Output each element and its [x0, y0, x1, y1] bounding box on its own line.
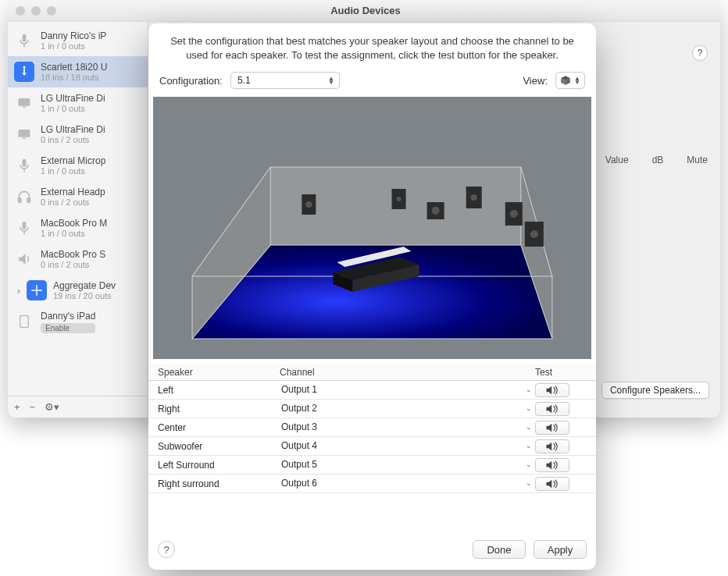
configure-speakers-button[interactable]: Configure Speakers... — [601, 382, 709, 399]
channel-value: Output 4 — [281, 440, 317, 451]
device-row[interactable]: Scarlett 18i20 U 18 ins / 18 outs — [8, 56, 148, 87]
configuration-value: 5.1 — [237, 75, 251, 86]
device-row[interactable]: MacBook Pro M 1 in / 0 outs — [8, 212, 148, 244]
device-row[interactable]: Danny Rico's iP 1 in / 0 outs — [8, 25, 148, 56]
enable-button[interactable]: Enable — [41, 323, 95, 333]
speaker-center-icon — [392, 189, 406, 209]
device-io: 1 in / 0 outs — [41, 104, 105, 113]
svg-rect-11 — [27, 198, 30, 203]
subwoofer-icon — [427, 202, 444, 219]
device-io: 19 ins / 20 outs — [53, 291, 116, 300]
svg-rect-15 — [31, 290, 42, 291]
view-mode-button[interactable]: ▲▼ — [555, 72, 585, 89]
device-name: Aggregate Dev — [53, 280, 116, 291]
chevron-down-icon: ⌄ — [526, 404, 532, 412]
device-io: 0 ins / 2 outs — [41, 260, 105, 269]
svg-rect-8 — [23, 159, 27, 167]
device-io: 18 ins / 18 outs — [41, 73, 107, 82]
device-name: Danny's iPad — [41, 311, 95, 322]
device-row[interactable]: › Aggregate Dev 19 ins / 20 outs — [8, 275, 148, 306]
device-row[interactable]: External Headp 0 ins / 2 outs — [8, 181, 148, 212]
table-row: Left Surround Output 5⌄ — [148, 456, 596, 475]
svg-rect-13 — [23, 232, 25, 234]
zoom-window-button[interactable] — [47, 6, 56, 16]
sound-icon — [545, 460, 559, 470]
test-speaker-button[interactable] — [535, 477, 569, 491]
remove-device-button[interactable]: − — [30, 401, 36, 413]
test-speaker-button[interactable] — [535, 439, 569, 453]
headphones-icon — [14, 187, 34, 207]
channel-value: Output 1 — [281, 384, 317, 395]
window-title: Audio Devices — [56, 5, 675, 16]
channel-select[interactable]: Output 2⌄ — [280, 402, 535, 416]
speaker-front-left-icon — [302, 194, 316, 215]
chevron-down-icon: ⌄ — [526, 386, 532, 393]
svg-rect-5 — [23, 107, 27, 108]
svg-rect-16 — [20, 316, 29, 328]
table-row: Subwoofer Output 4⌄ — [148, 437, 596, 456]
device-name: External Microp — [41, 155, 105, 166]
device-row[interactable]: External Microp 1 in / 0 outs — [8, 150, 148, 181]
svg-point-35 — [432, 207, 440, 215]
table-row: Left Output 1⌄ — [148, 381, 596, 400]
channel-table-header: Value dB Mute — [605, 155, 708, 165]
dialog-help-button[interactable]: ? — [158, 541, 175, 558]
channel-select[interactable]: Output 6⌄ — [280, 477, 535, 491]
sound-icon — [545, 479, 559, 489]
chevron-down-icon: ⌄ — [526, 460, 532, 468]
channel-select[interactable]: Output 3⌄ — [280, 421, 535, 435]
svg-point-41 — [530, 230, 538, 238]
svg-point-39 — [510, 210, 518, 218]
speaker-name: Left — [155, 385, 280, 396]
channel-select[interactable]: Output 1⌄ — [280, 383, 535, 397]
mic-icon — [14, 30, 34, 51]
help-button[interactable]: ? — [692, 45, 708, 61]
test-speaker-button[interactable] — [535, 402, 569, 416]
channel-value: Output 3 — [281, 421, 317, 432]
test-speaker-button[interactable] — [535, 458, 569, 472]
table-row: Center Output 3⌄ — [148, 418, 596, 437]
device-row[interactable]: LG UltraFine Di 0 ins / 2 outs — [8, 119, 148, 150]
chevron-down-icon: ⌄ — [526, 442, 532, 450]
aggregate-icon — [27, 280, 47, 300]
channel-select[interactable]: Output 5⌄ — [280, 458, 535, 472]
test-speaker-button[interactable] — [535, 421, 569, 435]
cube-icon — [560, 75, 571, 86]
device-io: 1 in / 0 outs — [41, 229, 107, 238]
device-row[interactable]: Danny's iPad Enable — [8, 306, 148, 337]
add-device-button[interactable]: + — [14, 401, 20, 413]
speaker-name: Center — [155, 422, 280, 433]
test-speaker-button[interactable] — [535, 383, 569, 397]
mic-icon — [14, 155, 34, 176]
svg-rect-1 — [23, 44, 25, 47]
mic-icon — [14, 218, 34, 238]
usb-icon — [14, 62, 34, 82]
svg-point-33 — [397, 197, 401, 201]
room-3d-view[interactable] — [153, 97, 591, 359]
close-window-button[interactable] — [16, 6, 25, 16]
configuration-label: Configuration: — [159, 75, 223, 87]
gear-menu-button[interactable]: ⚙︎▾ — [45, 401, 59, 413]
done-button[interactable]: Done — [473, 540, 526, 559]
minimize-window-button[interactable] — [31, 6, 41, 16]
col-value: Value — [605, 155, 629, 165]
sound-icon — [545, 404, 559, 414]
device-row[interactable]: MacBook Pro S 0 ins / 2 outs — [8, 244, 148, 275]
ipad-icon — [14, 311, 34, 332]
device-name: Danny Rico's iP — [41, 30, 106, 41]
speaker-name: Right surround — [155, 478, 280, 489]
speaker-name: Left Surround — [155, 460, 280, 471]
channel-select[interactable]: Output 4⌄ — [280, 439, 535, 453]
apply-button[interactable]: Apply — [534, 540, 587, 559]
device-name: LG UltraFine Di — [41, 93, 105, 104]
disclosure-triangle-icon[interactable]: › — [14, 285, 23, 297]
svg-rect-9 — [23, 169, 25, 172]
configuration-dropdown[interactable]: 5.1 ▲▼ — [230, 72, 340, 89]
device-name: MacBook Pro M — [41, 218, 107, 229]
device-io: 1 in / 0 outs — [41, 41, 106, 51]
device-row[interactable]: LG UltraFine Di 1 in / 0 outs — [8, 87, 148, 119]
speaker-front-right-icon — [466, 187, 482, 208]
table-row: Right Output 2⌄ — [148, 400, 596, 418]
svg-rect-0 — [23, 34, 27, 42]
col-channel: Channel — [280, 367, 535, 378]
